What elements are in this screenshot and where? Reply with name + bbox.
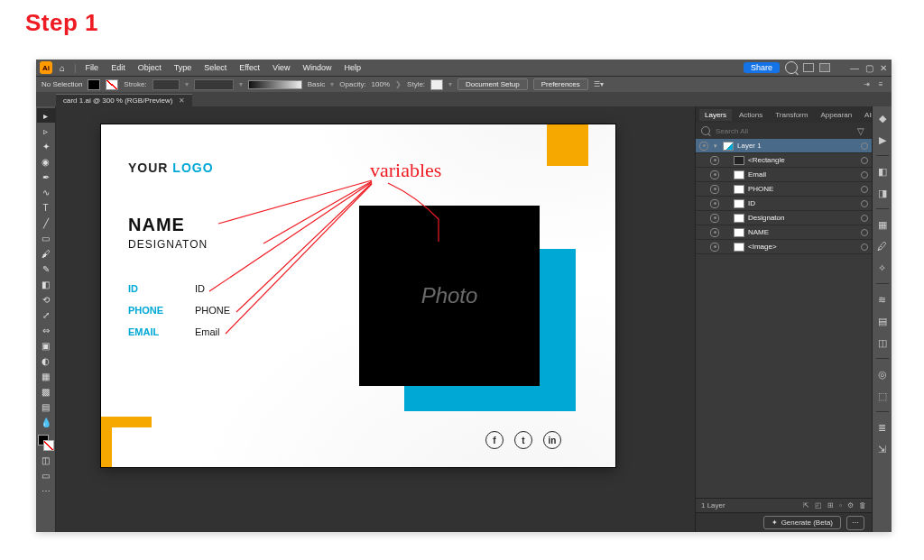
search-icon[interactable] <box>785 61 798 74</box>
gradient-panel-icon[interactable]: ▤ <box>874 313 891 329</box>
layers-search-input[interactable] <box>716 125 852 136</box>
menu-type[interactable]: Type <box>169 63 198 72</box>
visibility-toggle-icon[interactable] <box>710 156 719 165</box>
document-tab[interactable]: card 1.ai @ 300 % (RGB/Preview) ✕ <box>56 94 192 106</box>
pen-tool-icon[interactable]: ✒ <box>37 170 55 184</box>
selection-tool-icon[interactable]: ▸ <box>37 108 55 123</box>
direct-selection-tool-icon[interactable]: ▹ <box>37 124 55 138</box>
window-maximize-icon[interactable]: ▢ <box>864 63 873 72</box>
target-icon[interactable] <box>861 142 868 150</box>
target-icon[interactable] <box>861 243 868 251</box>
layer-row[interactable]: <Rectangle <box>696 153 872 168</box>
eraser-tool-icon[interactable]: ◧ <box>37 277 55 291</box>
menu-file[interactable]: File <box>80 63 105 72</box>
document-tab-close-icon[interactable]: ✕ <box>179 96 185 105</box>
layer-row[interactable]: Designaton <box>696 211 872 225</box>
align-options-icon[interactable]: ☰▾ <box>594 79 605 90</box>
edit-toolbar-icon[interactable]: ⋯ <box>37 483 55 498</box>
visibility-toggle-icon[interactable] <box>710 199 719 208</box>
tab-appearance[interactable]: Appearan <box>815 109 857 121</box>
swatches-panel-icon[interactable]: ▦ <box>874 216 891 233</box>
curvature-tool-icon[interactable]: ∿ <box>37 185 55 199</box>
eyedropper-tool-icon[interactable]: 💧 <box>37 415 55 429</box>
visibility-toggle-icon[interactable] <box>710 228 719 237</box>
stroke-swatch[interactable] <box>106 79 118 90</box>
lasso-tool-icon[interactable]: ◉ <box>37 154 55 169</box>
menu-view[interactable]: View <box>267 63 295 72</box>
visibility-toggle-icon[interactable] <box>710 214 719 223</box>
layer-row[interactable]: Email <box>696 168 872 182</box>
stroke-panel-icon[interactable]: ≋ <box>874 291 891 308</box>
rectangle-tool-icon[interactable]: ▭ <box>37 231 55 245</box>
window-minimize-icon[interactable]: — <box>850 63 859 72</box>
fill-stroke-swatches[interactable] <box>37 434 55 452</box>
shape-builder-tool-icon[interactable]: ◐ <box>37 353 55 368</box>
target-icon[interactable] <box>861 157 868 164</box>
width-tool-icon[interactable]: ⇔ <box>37 323 55 337</box>
target-icon[interactable] <box>861 171 868 179</box>
new-sublayer-icon[interactable]: ⊞ <box>827 501 834 510</box>
new-layer-icon[interactable]: ▫ <box>839 501 842 510</box>
opacity-value[interactable]: 100% <box>372 80 390 88</box>
artboard[interactable]: Photo YOUR LOGO NAME DESIGNATON ID ID PH… <box>101 124 615 467</box>
color-panel-icon[interactable]: ◧ <box>874 163 891 179</box>
menu-help[interactable]: Help <box>338 63 366 72</box>
gradient-tool-icon[interactable]: ▤ <box>37 399 55 414</box>
target-icon[interactable] <box>861 215 868 222</box>
visibility-toggle-icon[interactable] <box>710 243 719 252</box>
target-icon[interactable] <box>861 186 868 193</box>
visibility-toggle-icon[interactable] <box>710 185 719 194</box>
visibility-toggle-icon[interactable] <box>699 142 708 151</box>
locate-object-icon[interactable]: ⇱ <box>803 501 809 510</box>
layers-quick-icon[interactable]: ≣ <box>874 419 891 436</box>
tab-actions[interactable]: Actions <box>734 109 768 121</box>
transparency-panel-icon[interactable]: ◫ <box>874 335 891 351</box>
home-icon[interactable]: ⌂ <box>54 61 70 74</box>
asset-export-panel-icon[interactable]: ⇲ <box>874 441 891 457</box>
layers-filter-icon[interactable]: ▽ <box>857 126 866 135</box>
screen-mode-icon[interactable]: ▭ <box>37 468 55 482</box>
fill-swatch[interactable] <box>88 79 100 90</box>
visibility-toggle-icon[interactable] <box>710 170 719 179</box>
target-icon[interactable] <box>861 200 868 207</box>
layers-search-icon[interactable] <box>701 126 710 135</box>
target-icon[interactable] <box>861 229 868 236</box>
workspace-switcher-icon[interactable] <box>819 63 830 72</box>
menu-object[interactable]: Object <box>133 63 167 72</box>
tab-layers[interactable]: Layers <box>699 109 732 121</box>
window-close-icon[interactable]: ✕ <box>879 63 888 72</box>
menu-select[interactable]: Select <box>199 63 232 72</box>
scale-tool-icon[interactable]: ⤢ <box>37 308 55 322</box>
generate-beta-button[interactable]: ✦ Generate (Beta) <box>763 516 841 529</box>
magic-wand-tool-icon[interactable]: ✦ <box>37 139 55 153</box>
more-options-button[interactable] <box>846 516 864 530</box>
appearance-panel-icon[interactable]: ◎ <box>874 366 891 382</box>
symbols-panel-icon[interactable]: ✧ <box>874 260 891 276</box>
graphic-style-swatch[interactable] <box>430 79 443 90</box>
arrange-docs-icon[interactable] <box>803 63 814 72</box>
stroke-weight-input[interactable] <box>152 79 180 90</box>
control-menu-icon[interactable]: ≡ <box>875 79 886 90</box>
control-collapse-icon[interactable]: ⇥ <box>861 79 872 90</box>
shaper-tool-icon[interactable]: ✎ <box>37 262 55 276</box>
make-clip-mask-icon[interactable]: ◰ <box>815 501 822 510</box>
line-tool-icon[interactable]: ╱ <box>37 216 55 230</box>
canvas[interactable]: Photo YOUR LOGO NAME DESIGNATON ID ID PH… <box>56 106 695 532</box>
preferences-button[interactable]: Preferences <box>533 78 588 90</box>
type-tool-icon[interactable]: T <box>37 200 55 215</box>
disclosure-icon[interactable]: ▾ <box>712 142 719 150</box>
layer-row[interactable]: PHONE <box>696 182 872 197</box>
layer-row-parent[interactable]: ▾ Layer 1 <box>696 139 872 153</box>
tab-transform[interactable]: Transform <box>770 109 813 121</box>
paintbrush-tool-icon[interactable]: 🖌 <box>37 246 55 261</box>
free-transform-tool-icon[interactable]: ▣ <box>37 338 55 353</box>
perspective-grid-tool-icon[interactable]: ▦ <box>37 369 55 383</box>
layer-row[interactable]: NAME <box>696 225 872 240</box>
libraries-panel-icon[interactable]: ▶ <box>874 132 891 148</box>
properties-panel-icon[interactable]: ◆ <box>874 110 891 126</box>
share-button[interactable]: Share <box>744 62 780 73</box>
layer-row[interactable]: ID <box>696 197 872 211</box>
document-setup-button[interactable]: Document Setup <box>457 78 528 90</box>
menu-window[interactable]: Window <box>297 63 337 72</box>
rotate-tool-icon[interactable]: ⟲ <box>37 292 55 307</box>
